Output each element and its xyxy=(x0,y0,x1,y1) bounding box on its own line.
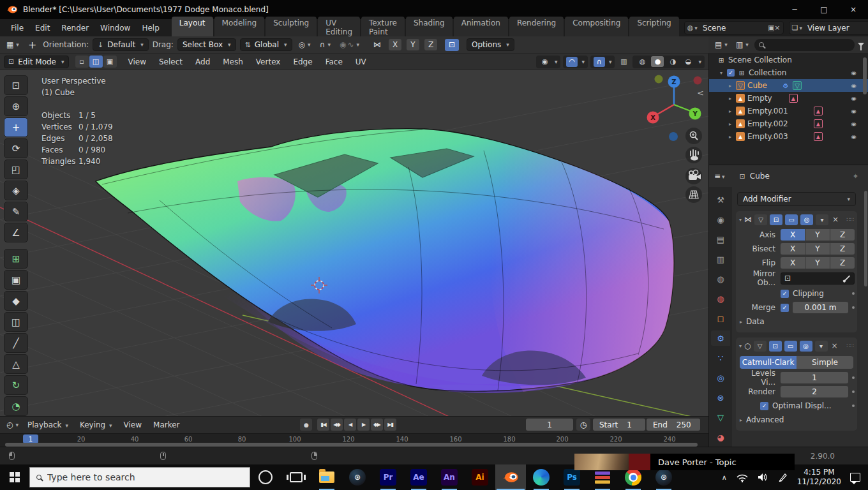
aftereffects-button[interactable]: Ae xyxy=(403,464,434,490)
tab-modifiers[interactable]: ⚙ xyxy=(711,330,730,346)
select-box-tool[interactable]: ⊡ xyxy=(4,75,28,95)
tab-physics[interactable]: ◎ xyxy=(711,370,730,385)
expand-icon[interactable]: ▾ xyxy=(718,70,724,76)
animate-dot[interactable] xyxy=(852,390,855,393)
record-button[interactable]: ● xyxy=(300,419,312,431)
tab-constraints[interactable]: ⊗ xyxy=(711,390,730,405)
editor-type-dropdown[interactable]: ≡▾ xyxy=(714,172,725,181)
add-modifier-dropdown[interactable]: Add Modifier ▾ xyxy=(737,192,856,206)
eye-icon[interactable]: ◉ xyxy=(851,134,857,139)
rendered-shading-button[interactable]: ◒ xyxy=(682,56,694,67)
outliner-row-empty[interactable]: ▸ ▲ Empty ▲ ◉ xyxy=(709,92,868,105)
edit-mode-display-toggle[interactable]: ▽ xyxy=(754,214,767,225)
blender-taskbar-button[interactable] xyxy=(495,464,526,490)
illustrator-button[interactable]: Ai xyxy=(465,464,495,490)
mirror-axis-y[interactable]: Y xyxy=(805,229,830,241)
next-keyframe-button[interactable]: ◆▶ xyxy=(371,419,383,431)
minimize-button[interactable]: ─ xyxy=(780,0,809,19)
action-center-icon[interactable] xyxy=(850,473,860,482)
add-cube-tool[interactable]: ⊞ xyxy=(4,249,28,269)
data-section-toggle[interactable]: ▸ Data xyxy=(736,315,857,329)
mirror-z-button[interactable]: Z xyxy=(424,39,437,50)
optimal-display-checkbox[interactable]: ✓ xyxy=(760,402,768,410)
tab-texture-paint[interactable]: Texture Paint xyxy=(361,17,405,39)
advanced-section-toggle[interactable]: ▸ Advanced xyxy=(736,413,857,427)
file-explorer-button[interactable] xyxy=(311,464,342,490)
knife-tool[interactable]: ╱ xyxy=(4,333,28,353)
tab-uv-editing[interactable]: UV Editing xyxy=(318,17,360,39)
tab-compositing[interactable]: Compositing xyxy=(565,17,628,39)
viewport-menu-view[interactable]: View xyxy=(123,57,151,66)
menu-file[interactable]: File xyxy=(5,24,29,33)
outliner-scrollbar[interactable] xyxy=(863,57,867,94)
play-reverse-button[interactable]: ◀ xyxy=(344,419,356,431)
outliner-row-collection[interactable]: ▾ ✓ ⊞ Collection ◉ xyxy=(709,66,868,79)
viewport-menu-mesh[interactable]: Mesh xyxy=(218,57,248,66)
edge-select-button[interactable]: ◫ xyxy=(89,56,103,68)
start-button[interactable] xyxy=(0,464,29,490)
viewport-menu-add[interactable]: Add xyxy=(190,57,215,66)
smooth-tool[interactable]: ◔ xyxy=(4,396,28,416)
tab-object[interactable]: ◻ xyxy=(711,311,730,326)
mirror-axis-x[interactable]: X xyxy=(781,229,805,241)
viewport-menu-vertex[interactable]: Vertex xyxy=(251,57,286,66)
filter-icon[interactable] xyxy=(858,43,864,47)
tab-sculpting[interactable]: Sculpting xyxy=(266,17,317,39)
eyedropper-icon[interactable] xyxy=(844,275,850,281)
on-cage-toggle[interactable]: ⊡ xyxy=(770,214,782,225)
tab-object-data[interactable]: ▽ xyxy=(711,410,730,425)
move-tool[interactable]: + xyxy=(4,117,28,137)
menu-help[interactable]: Help xyxy=(136,24,165,33)
transform-space-dropdown[interactable]: ⇅Global▾ xyxy=(240,38,292,51)
tab-output[interactable]: ▤ xyxy=(711,232,730,247)
wifi-icon[interactable] xyxy=(736,472,749,482)
drag-dropdown[interactable]: Select Box▾ xyxy=(177,38,236,51)
expand-icon[interactable]: ▸ xyxy=(727,83,733,89)
volume-icon[interactable] xyxy=(758,472,769,482)
view-menu[interactable]: View xyxy=(119,420,147,429)
unlink-scene-icon[interactable]: × xyxy=(774,24,780,32)
face-select-button[interactable]: ▣ xyxy=(103,56,117,68)
search-input[interactable] xyxy=(47,472,213,482)
bisect-z[interactable]: Z xyxy=(830,243,855,255)
tab-render[interactable]: ◉ xyxy=(711,212,730,227)
maximize-button[interactable]: □ xyxy=(809,0,839,19)
outliner-row-empty-003[interactable]: ▸ ▲ Empty.003 ▲ ◉ xyxy=(709,130,868,143)
tab-view-layer[interactable]: ▥ xyxy=(711,251,730,267)
active-tool-icon[interactable]: ▦▾ xyxy=(4,40,22,49)
measure-tool[interactable]: ∠ xyxy=(4,223,28,242)
visibility-dropdown[interactable]: ◉▾ xyxy=(536,56,561,68)
keying-menu[interactable]: Keying ▾ xyxy=(75,420,117,429)
mirror-axis-z[interactable]: Z xyxy=(830,229,855,241)
animate-dot[interactable] xyxy=(852,376,855,379)
media-notification[interactable]: Dave Porter - Topic xyxy=(574,454,795,470)
jump-to-end-button[interactable]: ▶▮ xyxy=(384,419,396,431)
tab-world[interactable]: ◍ xyxy=(711,291,730,306)
play-button[interactable]: ▶ xyxy=(357,419,370,431)
outliner-display-mode-dropdown[interactable]: ▤▾ xyxy=(712,40,730,49)
outliner-row-empty-001[interactable]: ▸ ▲ Empty.001 ▲ ◉ xyxy=(709,105,868,117)
tab-layout[interactable]: Layout xyxy=(172,17,213,39)
animate-dot[interactable] xyxy=(852,405,855,407)
cursor-tool[interactable]: ⊕ xyxy=(4,96,28,116)
flip-z[interactable]: Z xyxy=(830,257,855,269)
tab-modeling[interactable]: Modeling xyxy=(214,17,265,39)
flip-y[interactable]: Y xyxy=(805,257,830,269)
expand-icon[interactable]: ▸ xyxy=(727,121,733,127)
frame-start-field[interactable]: Start1 xyxy=(593,419,645,431)
transform-tool[interactable]: ◈ xyxy=(4,181,28,200)
viewport-menu-face[interactable]: Face xyxy=(320,57,348,66)
expand-icon[interactable]: ▸ xyxy=(727,108,733,114)
taskbar-search[interactable] xyxy=(29,467,250,487)
viewport-menu-edge[interactable]: Edge xyxy=(288,57,317,66)
flip-x[interactable]: X xyxy=(781,257,805,269)
options-dropdown[interactable]: Options▾ xyxy=(467,38,514,51)
pin-icon[interactable]: ⌖ xyxy=(853,172,858,181)
tab-particles[interactable]: ∵ xyxy=(711,350,730,366)
edit-mode-display-toggle[interactable]: ▽ xyxy=(754,341,767,352)
bevel-tool[interactable]: ◆ xyxy=(4,291,28,311)
expand-icon[interactable]: ▾ xyxy=(739,217,742,223)
jump-to-start-button[interactable]: ▮◀ xyxy=(317,419,329,431)
drag-handle-icon[interactable]: ∷∷ xyxy=(847,216,854,223)
mirror-x-button[interactable]: X xyxy=(389,39,401,50)
